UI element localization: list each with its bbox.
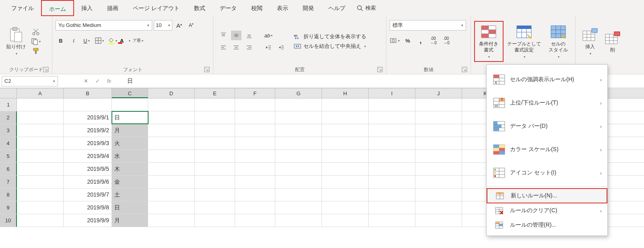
cell[interactable] [17,111,64,124]
align-top-button[interactable] [218,31,229,40]
cell[interactable] [369,163,415,175]
column-header[interactable]: D [148,88,195,98]
cell[interactable] [195,124,235,137]
cell[interactable] [415,201,462,214]
cell[interactable]: 2019/9/6 [64,176,112,188]
cell[interactable] [275,150,322,162]
menu-data-bars[interactable]: データ バー(D) › [487,115,607,138]
cell[interactable] [148,201,195,214]
cell[interactable] [195,150,235,162]
cell[interactable] [195,111,235,124]
menu-highlight-cells-rules[interactable]: ≤ セルの強調表示ルール(H) › [487,68,607,91]
fill-color-button[interactable]: ▾ [107,36,118,45]
cell[interactable] [322,176,369,188]
wrap-text-button[interactable]: abc 折り返して全体を表示する [294,33,366,40]
number-format-select[interactable]: 標準▾ [390,20,466,31]
cell[interactable] [235,163,275,175]
comma-button[interactable]: , [415,36,426,45]
row-header[interactable]: 1 [0,98,17,111]
cell[interactable] [148,98,195,111]
menu-color-scales[interactable]: カラー スケール(S) › [487,138,607,161]
cell[interactable] [235,137,275,150]
cell[interactable]: 日 [112,111,148,124]
decrease-font-button[interactable]: A▾ [186,20,196,30]
cell[interactable] [195,98,235,111]
cell[interactable] [17,150,64,162]
cell[interactable] [148,189,195,201]
cell[interactable]: 土 [112,189,148,201]
font-name-select[interactable]: Yu Gothic Medium▾ [56,20,152,31]
row-header[interactable]: 10 [0,214,17,227]
cell[interactable] [322,189,369,201]
cell[interactable] [322,111,369,124]
cell[interactable] [235,98,275,111]
cell[interactable] [275,111,322,124]
format-as-table-button[interactable]: テーブルとして 書式設定 ▾ [504,22,545,61]
underline-button[interactable]: U▾ [81,36,92,45]
menu-help[interactable]: ヘルプ [321,0,353,16]
column-header[interactable]: H [322,88,369,98]
cell[interactable] [148,163,195,175]
cell[interactable]: 2019/9/7 [64,189,112,201]
cell[interactable]: 水 [112,150,148,162]
cell[interactable] [275,124,322,137]
column-header[interactable]: J [415,88,462,98]
row-header[interactable]: 2 [0,111,17,124]
menu-insert[interactable]: 挿入 [74,0,100,16]
menu-home[interactable]: ホーム [41,0,74,16]
cell[interactable] [17,189,64,201]
alignment-launcher-icon[interactable] [377,67,383,72]
menu-developer[interactable]: 開発 [295,0,321,16]
cell[interactable] [369,137,415,150]
row-header[interactable]: 8 [0,189,17,201]
cell[interactable] [415,163,462,175]
cell[interactable] [275,137,322,150]
cell[interactable] [148,176,195,188]
menu-formulas[interactable]: 数式 [187,0,213,16]
cell[interactable] [322,214,369,227]
ruby-button[interactable]: ア亜▾ [133,36,143,45]
cell[interactable] [235,176,275,188]
border-button[interactable]: ▾ [94,36,105,45]
increase-decimal-button[interactable]: .00←0 [428,36,439,45]
cell[interactable] [369,150,415,162]
cell[interactable] [322,150,369,162]
cell[interactable] [235,189,275,201]
cell[interactable] [369,124,415,137]
column-header[interactable]: B [64,88,112,98]
cell[interactable] [235,201,275,214]
cell[interactable] [415,124,462,137]
cut-button[interactable] [31,27,41,37]
menu-new-rule[interactable]: 新しいルール(N)... [487,188,607,203]
cell[interactable] [369,201,415,214]
cell[interactable] [322,137,369,150]
column-header[interactable]: C [112,88,148,98]
cell[interactable] [275,214,322,227]
cell[interactable] [322,163,369,175]
cell[interactable] [235,124,275,137]
cell[interactable]: 金 [112,176,148,188]
cell[interactable] [235,150,275,162]
row-header[interactable]: 3 [0,124,17,137]
decrease-indent-button[interactable] [263,43,274,52]
copy-button[interactable]: ▾ [31,37,41,46]
cell[interactable] [195,214,235,227]
format-painter-button[interactable] [31,46,41,56]
cell[interactable] [415,214,462,227]
cell[interactable] [235,214,275,227]
font-color-button[interactable]: A▾ [120,36,130,45]
cell[interactable] [369,176,415,188]
cell[interactable] [148,214,195,227]
cell[interactable] [275,201,322,214]
conditional-formatting-button[interactable]: 条件付き 書式 ▾ [474,21,504,62]
cell[interactable] [369,189,415,201]
increase-indent-button[interactable] [276,43,287,52]
row-header[interactable]: 7 [0,176,17,188]
cell[interactable]: 2019/9/4 [64,150,112,162]
menu-review[interactable]: 校閲 [244,0,270,16]
row-header[interactable]: 9 [0,201,17,214]
cell[interactable] [64,98,112,111]
cell[interactable] [17,124,64,137]
menu-draw[interactable]: 描画 [100,0,126,16]
align-center-button[interactable] [231,43,242,52]
